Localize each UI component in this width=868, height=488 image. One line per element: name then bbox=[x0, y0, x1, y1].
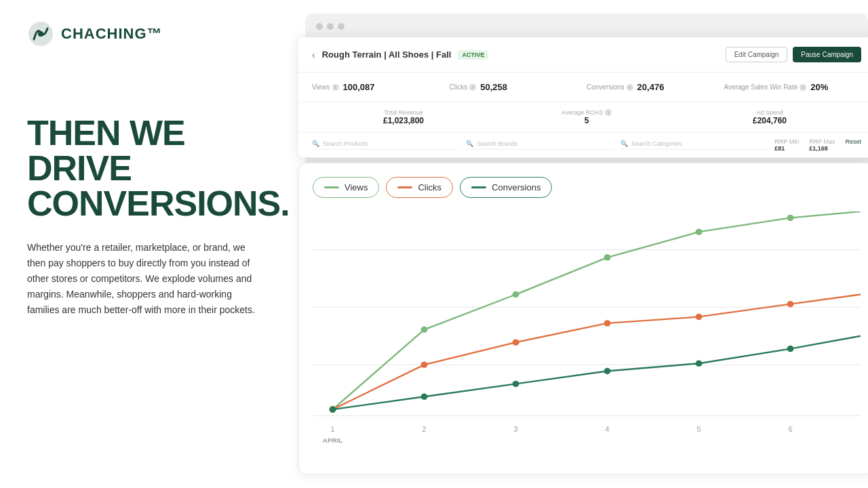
x-label-1: 1 bbox=[331, 425, 335, 433]
conversions-dot-4 bbox=[604, 368, 611, 374]
search-icon-categories: 🔍 bbox=[620, 140, 628, 147]
stat-conversions-value: 20,476 bbox=[637, 82, 665, 92]
info-icon-roas: i bbox=[605, 109, 612, 116]
views-dot-6 bbox=[787, 215, 794, 221]
stat-win-rate-value: 20% bbox=[810, 82, 828, 92]
x-label-3: 3 bbox=[514, 425, 518, 433]
dot-red bbox=[316, 23, 323, 30]
conversions-dot-6 bbox=[787, 346, 794, 352]
stat-views-label: Views i bbox=[312, 83, 339, 91]
search-brands-box[interactable]: 🔍 Search Brands bbox=[466, 140, 613, 150]
logo-icon bbox=[27, 20, 54, 47]
right-panel: ‹ Rough Terrain | All Shoes | Fall ACTIV… bbox=[285, 0, 868, 488]
campaign-name: Rough Terrain | All Shoes | Fall bbox=[322, 49, 452, 60]
x-label-2: 2 bbox=[422, 425, 427, 433]
search-icon-brands: 🔍 bbox=[466, 140, 473, 147]
filter-clicks-button[interactable]: Clicks bbox=[386, 177, 453, 198]
stat2-adspend-value: £204,760 bbox=[678, 116, 861, 125]
views-dot-5 bbox=[696, 228, 703, 235]
rrp-min-value: £81 bbox=[774, 145, 785, 152]
clicks-line-indicator bbox=[397, 186, 412, 188]
stat2-adspend-label: Ad Spend bbox=[678, 109, 861, 116]
rrp-max-value: £1,168 bbox=[809, 145, 828, 152]
filter-clicks-label: Clicks bbox=[418, 182, 441, 192]
back-icon[interactable]: ‹ bbox=[312, 49, 315, 60]
stat-conversions-label: Conversions i bbox=[587, 83, 633, 91]
stats-row2: Total Revenue £1,023,800 Average ROAS i … bbox=[298, 102, 868, 133]
filter-conversions-label: Conversions bbox=[492, 182, 540, 192]
conversions-line bbox=[333, 336, 861, 409]
chart-svg: 1 2 3 4 5 6 APRIL bbox=[313, 211, 861, 454]
clicks-dot-6 bbox=[787, 301, 794, 307]
info-icon-views: i bbox=[332, 84, 339, 91]
active-badge: ACTIVE bbox=[458, 50, 488, 60]
stat-conversions: Conversions i 20,476 bbox=[587, 82, 724, 92]
x-sublabel-april: APRIL bbox=[323, 436, 343, 444]
range-controls: RRP Min£81 RRP Max£1,168 Reset bbox=[774, 138, 861, 152]
stat-win-rate-label: Average Sales Win Rate i bbox=[724, 83, 807, 91]
x-label-4: 4 bbox=[606, 425, 610, 433]
conversions-dot-5 bbox=[696, 361, 703, 367]
logo-text: CHACHING™ bbox=[61, 25, 163, 43]
views-dot-3 bbox=[513, 291, 519, 298]
header-buttons: Edit Campaign Pause Campaign bbox=[726, 47, 861, 62]
search-categories-box[interactable]: 🔍 Search Categories bbox=[620, 140, 768, 150]
views-dot-4 bbox=[604, 254, 611, 260]
clicks-line bbox=[333, 294, 861, 409]
search-products-box[interactable]: 🔍 Search Products bbox=[312, 140, 459, 150]
dashboard-header: ‹ Rough Terrain | All Shoes | Fall ACTIV… bbox=[298, 37, 868, 73]
stat2-revenue-label: Total Revenue bbox=[312, 109, 495, 116]
info-icon-win-rate: i bbox=[800, 84, 806, 91]
stat2-adspend: Ad Spend £204,760 bbox=[678, 109, 861, 125]
stat-views: Views i 100,087 bbox=[312, 82, 450, 92]
stat-win-rate: Average Sales Win Rate i 20% bbox=[724, 82, 862, 92]
dot-green bbox=[338, 23, 344, 30]
clicks-dot-4 bbox=[604, 320, 611, 326]
search-icon-products: 🔍 bbox=[312, 140, 319, 147]
chart-container: 1 2 3 4 5 6 APRIL bbox=[313, 211, 861, 454]
dot-yellow bbox=[327, 23, 334, 30]
rrp-max-label: RRP Max£1,168 bbox=[809, 138, 835, 152]
rrp-min-label: RRP Min£81 bbox=[774, 138, 799, 152]
views-line-indicator bbox=[324, 186, 339, 188]
browser-dots bbox=[305, 14, 868, 39]
clicks-dot-2 bbox=[421, 361, 428, 367]
views-dot-2 bbox=[421, 327, 428, 333]
stat-clicks-value: 50,258 bbox=[480, 82, 507, 92]
stat-views-value: 100,087 bbox=[343, 82, 375, 92]
left-panel: CHACHING™ THEN WE DRIVE CONVERSIONS. Whe… bbox=[0, 0, 285, 488]
conversions-dot-2 bbox=[421, 394, 428, 400]
search-row: 🔍 Search Products 🔍 Search Brands 🔍 Sear… bbox=[298, 133, 868, 158]
conversions-line-indicator bbox=[471, 186, 486, 188]
search-products-placeholder: Search Products bbox=[323, 140, 368, 147]
chart-filters: Views Clicks Conversions bbox=[313, 177, 861, 198]
svg-point-1 bbox=[38, 31, 43, 37]
search-brands-placeholder: Search Brands bbox=[477, 140, 517, 147]
filter-views-label: Views bbox=[344, 182, 368, 192]
filter-conversions-button[interactable]: Conversions bbox=[460, 177, 552, 198]
conversions-dot-3 bbox=[513, 381, 519, 387]
dashboard-card: ‹ Rough Terrain | All Shoes | Fall ACTIV… bbox=[298, 37, 868, 158]
clicks-dot-5 bbox=[696, 314, 703, 320]
conversions-dot-1 bbox=[330, 406, 336, 412]
description: Whether you're a retailer, marketplace, … bbox=[27, 240, 258, 318]
search-categories-placeholder: Search Categories bbox=[631, 140, 682, 147]
edit-campaign-button[interactable]: Edit Campaign bbox=[726, 47, 788, 62]
logo: CHACHING™ bbox=[27, 20, 258, 47]
campaign-title: ‹ Rough Terrain | All Shoes | Fall ACTIV… bbox=[312, 49, 488, 60]
x-label-5: 5 bbox=[697, 425, 701, 433]
views-line bbox=[333, 211, 861, 409]
info-icon-conversions: i bbox=[627, 84, 633, 91]
stat2-revenue-value: £1,023,800 bbox=[312, 116, 495, 125]
stats-row: Views i 100,087 Clicks i 50,258 Conversi… bbox=[298, 73, 868, 102]
clicks-dot-3 bbox=[513, 339, 519, 345]
stat2-roas-value: 5 bbox=[495, 116, 678, 125]
reset-button[interactable]: Reset bbox=[846, 138, 862, 152]
pause-campaign-button[interactable]: Pause Campaign bbox=[793, 47, 861, 62]
stat-clicks: Clicks i 50,258 bbox=[450, 82, 587, 92]
filter-views-button[interactable]: Views bbox=[313, 177, 379, 198]
stat2-roas: Average ROAS i 5 bbox=[495, 109, 678, 125]
headline: THEN WE DRIVE CONVERSIONS. bbox=[27, 115, 258, 221]
info-icon-clicks: i bbox=[469, 84, 476, 91]
stat-clicks-label: Clicks i bbox=[450, 83, 477, 91]
